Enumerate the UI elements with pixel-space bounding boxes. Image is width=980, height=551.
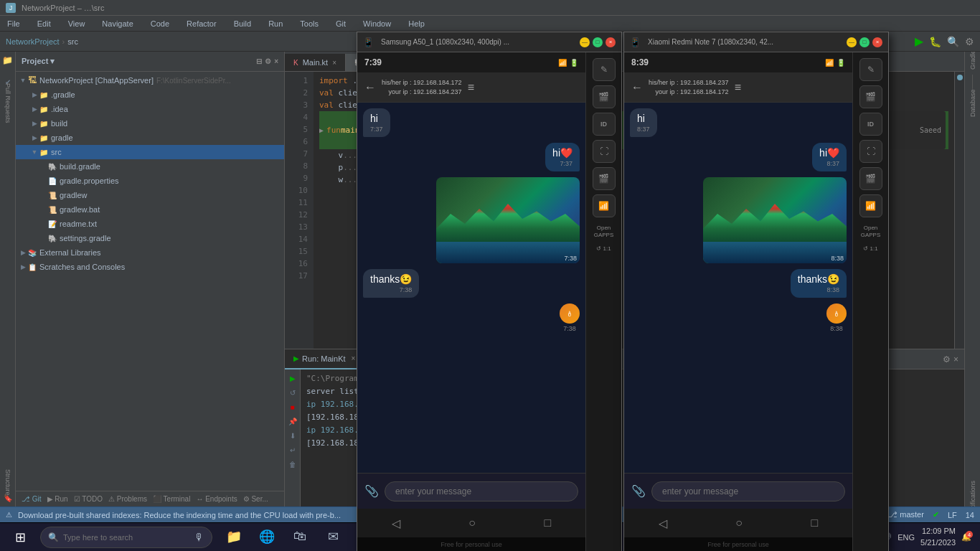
taskbar-clock[interactable]: 12:09 PM 5/21/2023 — [920, 526, 956, 548]
terminal-icon[interactable]: ⬛ Terminal — [153, 495, 190, 503]
run-button[interactable]: ▶ — [915, 34, 923, 48]
settings-project-icon[interactable]: ⚙ — [265, 57, 271, 65]
structure-icon[interactable]: Structure — [2, 476, 14, 488]
phone1-maximize[interactable]: □ — [593, 37, 603, 47]
phone2-back[interactable]: ← — [631, 81, 643, 94]
phone2-side-wifi[interactable]: 📶 — [859, 194, 882, 217]
phone1-attach-icon[interactable]: 📎 — [364, 484, 379, 498]
database-sidebar-icon[interactable]: Database — [967, 98, 979, 109]
taskbar-store[interactable]: 🛍 — [284, 523, 316, 552]
tree-build-folder[interactable]: ▶ 📁 build — [16, 116, 284, 131]
phone1-side-expand[interactable]: ⛶ — [593, 140, 616, 163]
phone1-chat[interactable]: hi 7:37 hi❤️ 7:37 — [357, 103, 585, 473]
close-run-panel-icon[interactable]: × — [953, 354, 958, 364]
phone1-nav-back[interactable]: ◁ — [392, 517, 400, 530]
git-branch-status[interactable]: ⎇ master — [888, 510, 924, 519]
phone1-nav-home[interactable]: ○ — [468, 517, 476, 529]
menu-git[interactable]: Git — [331, 18, 350, 29]
phone1-side-video[interactable]: 🎬 — [593, 85, 616, 108]
run-settings-icon[interactable]: ⚙ — [943, 354, 951, 364]
phone2-attach-icon[interactable]: 📎 — [631, 484, 646, 498]
menu-file[interactable]: File — [3, 18, 24, 29]
tree-idea-folder[interactable]: ▶ 📁 .idea — [16, 102, 284, 116]
bookmarks-icon[interactable]: 🔖 — [2, 492, 14, 504]
phone2-opengapps[interactable]: OpenGAPPS — [861, 225, 881, 238]
tree-src-folder[interactable]: ▼ 📁 src — [16, 145, 284, 159]
tree-gradlew-bat[interactable]: 📜 gradlew.bat — [16, 202, 284, 217]
phone2-chat[interactable]: hi 8:37 hi❤️ 8:37 — [624, 103, 852, 473]
tree-external-libs[interactable]: ▶ 📚 External Libraries — [16, 245, 284, 260]
tree-gradle-dir[interactable]: ▶ 📁 gradle — [16, 131, 284, 145]
run-rerun-icon[interactable]: ↺ — [287, 387, 298, 398]
phone1-opengapps[interactable]: OpenGAPPS — [594, 225, 614, 238]
gradle-sidebar-icon[interactable]: Gradle — [967, 55, 979, 66]
phone2-side-video[interactable]: 🎬 — [859, 85, 882, 108]
collapse-all-icon[interactable]: ⊟ — [256, 57, 262, 65]
menu-code[interactable]: Code — [146, 18, 174, 29]
search-everywhere-icon[interactable]: 🔍 — [947, 36, 959, 47]
phone2-close[interactable]: × — [872, 37, 882, 47]
phone1-close[interactable]: × — [606, 37, 616, 47]
services-icon[interactable]: ⚙ Ser... — [243, 495, 268, 503]
close-tab-main[interactable]: × — [332, 59, 336, 67]
line-col-indicator[interactable]: 14 — [966, 511, 974, 519]
tree-readme[interactable]: 📝 readme.txt — [16, 217, 284, 231]
phone2-side-edit[interactable]: ✎ — [859, 58, 882, 81]
project-icon[interactable]: 📁 — [2, 55, 14, 66]
phone1-nav-recent[interactable]: □ — [545, 517, 552, 529]
run-scroll-end-icon[interactable]: ⬇ — [287, 430, 298, 441]
phone1-side-edit[interactable]: ✎ — [593, 58, 616, 81]
lf-indicator[interactable]: LF — [948, 511, 957, 519]
phone1-side-id[interactable]: ID — [593, 113, 616, 136]
phone1-message-input[interactable] — [385, 481, 578, 501]
menu-run[interactable]: Run — [264, 18, 287, 29]
endpoints-icon[interactable]: ↔ Endpoints — [196, 495, 237, 503]
phone2-nav-recent[interactable]: □ — [811, 517, 819, 529]
close-project-icon[interactable]: × — [274, 57, 278, 65]
tree-build-gradle[interactable]: 🐘 build.gradle — [16, 159, 284, 174]
phone1-side-video2[interactable]: 🎬 — [593, 167, 616, 190]
phone2-rotate[interactable]: ↺ 1:1 — [863, 245, 877, 252]
tree-gradlew[interactable]: 📜 gradlew — [16, 188, 284, 202]
menu-build[interactable]: Build — [230, 18, 255, 29]
phone2-maximize[interactable]: □ — [859, 37, 870, 47]
taskbar-mail[interactable]: ✉ — [317, 523, 349, 552]
phone2-message-input[interactable] — [651, 481, 845, 501]
settings-icon[interactable]: ⚙ — [965, 36, 974, 47]
tab-run[interactable]: ▶ Run: MainKt × — [285, 349, 364, 369]
run-clear-icon[interactable]: 🗑 — [287, 458, 298, 470]
tree-gradle-props[interactable]: 📄 gradle.properties — [16, 174, 284, 188]
run-config-icon[interactable]: ▶ Run — [47, 495, 68, 503]
debug-button[interactable]: 🐛 — [929, 36, 941, 47]
run-play-icon[interactable]: ▶ — [287, 372, 298, 384]
taskbar-search[interactable]: 🔍 🎙 — [40, 527, 212, 548]
tree-root[interactable]: ▼ 🏗 NetworkProject [ChatAppServer] F:\Ko… — [16, 73, 284, 88]
menu-window[interactable]: Window — [359, 18, 395, 29]
tab-main-kt[interactable]: K Main.kt × — [285, 54, 346, 71]
run-wrap-icon[interactable]: ↵ — [287, 444, 298, 456]
notification-icon[interactable]: 🔔4 — [961, 532, 971, 542]
menu-help[interactable]: Help — [404, 18, 429, 29]
phone2-side-video2[interactable]: 🎬 — [859, 167, 882, 190]
taskbar-language[interactable]: ENG — [897, 533, 915, 542]
menu-edit[interactable]: Edit — [33, 18, 55, 29]
menu-navigate[interactable]: Navigate — [98, 18, 137, 29]
todo-icon[interactable]: ☑ TODO — [74, 495, 103, 503]
phone2-minimize[interactable]: — — [847, 37, 857, 47]
project-dropdown[interactable]: Project ▾ — [22, 57, 55, 66]
phone1-menu[interactable]: ≡ — [468, 81, 474, 94]
phone2-side-expand[interactable]: ⛶ — [859, 140, 882, 163]
taskbar-explorer[interactable]: 📁 — [218, 523, 250, 552]
tree-gradle-folder[interactable]: ▶ 📁 .gradle — [16, 88, 284, 102]
taskbar-edge[interactable]: 🌐 — [251, 523, 283, 552]
search-input[interactable] — [63, 533, 190, 542]
phone1-back[interactable]: ← — [364, 81, 376, 94]
phone2-nav-home[interactable]: ○ — [735, 517, 743, 529]
git-branch-icon[interactable]: ⎇ Git — [22, 495, 42, 503]
phone1-minimize[interactable]: — — [580, 37, 590, 47]
tree-settings-gradle[interactable]: 🐘 settings.gradle — [16, 231, 284, 245]
close-run-tab[interactable]: × — [352, 354, 356, 362]
pull-requests-icon[interactable]: Pull Requests — [2, 98, 14, 109]
run-pin-icon[interactable]: 📌 — [287, 415, 298, 427]
start-button[interactable]: ⊞ — [3, 523, 37, 552]
